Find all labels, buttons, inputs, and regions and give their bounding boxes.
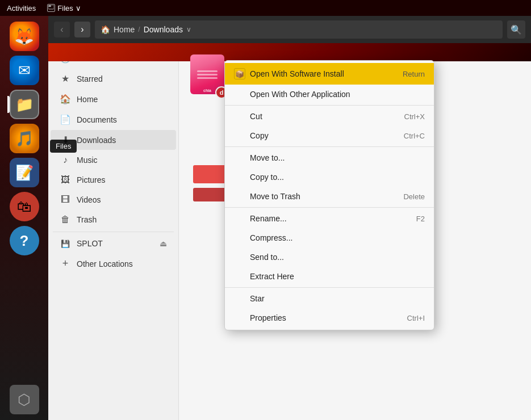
copy-shortcut: Ctrl+C (404, 132, 425, 140)
taskbar-rhythmbox[interactable] (10, 124, 39, 153)
sidebar-item-recent[interactable]: 🕐 Recent (51, 48, 176, 68)
sidebar-item-music[interactable]: ♪ Music (51, 150, 176, 170)
files-menu-label: Files (57, 4, 73, 12)
files-window-icon (47, 4, 55, 12)
music-icon: ♪ (60, 155, 71, 165)
search-button[interactable]: 🔍 (507, 20, 525, 39)
home-icon: 🏠 (101, 25, 110, 34)
pictures-icon: 🖼 (60, 175, 71, 185)
move-trash-shortcut: Delete (403, 192, 425, 201)
context-menu-cut[interactable]: Cut Ctrl+X (225, 107, 434, 126)
sidebar-label-downloads: Downloads (77, 136, 167, 145)
sidebar-item-other-locations[interactable]: + Other Locations (51, 253, 176, 274)
context-menu-open-software[interactable]: 📦 Open With Software Install Return (225, 63, 434, 85)
sidebar-separator (53, 232, 174, 232)
breadcrumb-sep: / (138, 26, 140, 33)
move-to-label: Move to... (250, 153, 425, 162)
cut-label: Cut (250, 112, 404, 121)
files-tooltip: Files (50, 140, 77, 153)
open-software-label: Open With Software Install (250, 69, 403, 78)
taskbar-appstore[interactable] (10, 192, 39, 221)
sidebar-label-recent: Recent (77, 54, 167, 63)
documents-icon: 📄 (60, 114, 71, 125)
menu-sep-4 (225, 287, 434, 288)
other-locations-icon: + (60, 258, 71, 270)
taskbar (0, 16, 48, 420)
breadcrumb-dropdown[interactable]: ∨ (186, 26, 191, 33)
deb-filename-label: chia (203, 89, 211, 93)
sidebar-item-starred[interactable]: ★ Starred (51, 69, 176, 89)
copy-label: Copy (250, 131, 404, 140)
taskbar-usb[interactable] (10, 385, 39, 414)
taskbar-files[interactable] (10, 90, 39, 119)
context-menu-properties[interactable]: Properties Ctrl+I (225, 308, 434, 327)
trash-icon: 🗑 (60, 215, 71, 225)
svg-rect-1 (48, 5, 51, 7)
sidebar-label-documents: Documents (77, 115, 167, 124)
home-sidebar-icon: 🏠 (60, 94, 71, 104)
compress-label: Compress... (250, 233, 425, 242)
breadcrumb-bar: 🏠 Home / Downloads ∨ (95, 20, 503, 39)
context-menu-copy-to[interactable]: Copy to... (225, 167, 434, 187)
context-menu-copy[interactable]: Copy Ctrl+C (225, 126, 434, 145)
splot-icon: 💾 (60, 240, 71, 248)
send-to-label: Send to... (250, 253, 425, 262)
sidebar-item-documents[interactable]: 📄 Documents (51, 110, 176, 129)
sidebar-item-home[interactable]: 🏠 Home (51, 89, 176, 109)
star-label: Star (250, 294, 425, 303)
recent-icon: 🕐 (60, 53, 71, 64)
taskbar-firefox[interactable] (10, 22, 39, 51)
sidebar-item-trash[interactable]: 🗑 Trash (51, 210, 176, 229)
taskbar-writer[interactable] (10, 158, 39, 187)
sidebar-label-home: Home (77, 95, 167, 104)
back-button[interactable]: ‹ (54, 22, 70, 37)
context-menu-send-to[interactable]: Send to... (225, 247, 434, 267)
taskbar-help[interactable] (10, 226, 39, 255)
main-content: chia d 📦 Open With Software Install Retu… (179, 43, 531, 420)
menu-sep-3 (225, 207, 434, 208)
rename-label: Rename... (250, 214, 416, 223)
properties-shortcut: Ctrl+I (407, 314, 425, 322)
extract-here-label: Extract Here (250, 272, 425, 281)
context-menu-star[interactable]: Star (225, 289, 434, 308)
context-menu-rename[interactable]: Rename... F2 (225, 209, 434, 228)
sidebar-item-splot[interactable]: 💾 SPLOT ⏏ (51, 234, 176, 253)
files-menu[interactable]: Files ∨ (47, 4, 81, 12)
cut-shortcut: Ctrl+X (404, 112, 425, 121)
open-software-shortcut: Return (403, 70, 425, 78)
sidebar-label-videos: Videos (77, 195, 167, 204)
sidebar: 🕐 Recent ★ Starred 🏠 Home 📄 Documents ⬇ … (48, 43, 179, 420)
context-menu-open-other[interactable]: Open With Other Application (225, 85, 434, 104)
sidebar-label-pictures: Pictures (77, 175, 167, 184)
menu-sep-1 (225, 105, 434, 106)
menu-sep-2 (225, 146, 434, 147)
properties-label: Properties (250, 313, 407, 322)
content-area: 🕐 Recent ★ Starred 🏠 Home 📄 Documents ⬇ … (48, 43, 531, 420)
breadcrumb-home[interactable]: Home (114, 25, 135, 34)
search-icon: 🔍 (511, 24, 522, 35)
files-menu-arrow: ∨ (76, 4, 81, 12)
activities-button[interactable]: Activities (7, 4, 36, 12)
sidebar-label-starred: Starred (77, 74, 167, 83)
copy-to-label: Copy to... (250, 173, 425, 182)
software-install-icon: 📦 (234, 68, 245, 79)
context-menu-move-to[interactable]: Move to... (225, 148, 434, 167)
sidebar-label-splot: SPLOT (77, 239, 154, 248)
context-menu: 📦 Open With Software Install Return Open… (224, 60, 434, 330)
forward-button[interactable]: › (74, 22, 90, 37)
videos-icon: 🎞 (60, 195, 71, 205)
sidebar-item-videos[interactable]: 🎞 Videos (51, 190, 176, 209)
breadcrumb-current: Downloads (144, 25, 183, 34)
sidebar-label-music: Music (77, 156, 167, 165)
window-header: ‹ › 🏠 Home / Downloads ∨ 🔍 (48, 16, 531, 43)
context-menu-extract-here[interactable]: Extract Here (225, 267, 434, 286)
open-other-label: Open With Other Application (250, 90, 425, 99)
move-trash-label: Move to Trash (250, 192, 403, 201)
context-menu-move-trash[interactable]: Move to Trash Delete (225, 187, 434, 206)
context-menu-compress[interactable]: Compress... (225, 228, 434, 247)
activities-bar: Activities Files ∨ (0, 0, 531, 16)
file-item-deb[interactable]: chia d (190, 54, 227, 98)
splot-eject-button[interactable]: ⏏ (160, 239, 167, 248)
sidebar-item-pictures[interactable]: 🖼 Pictures (51, 170, 176, 190)
taskbar-thunderbird[interactable] (10, 56, 39, 85)
